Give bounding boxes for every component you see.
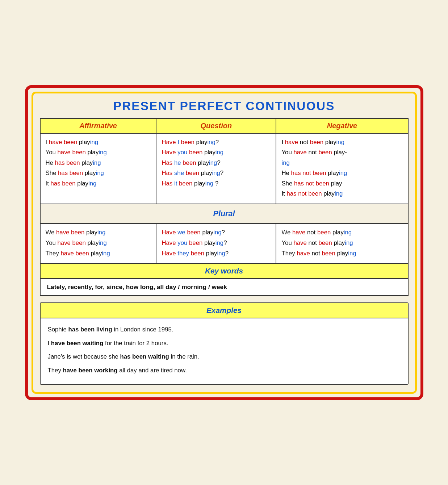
plural-negative: We have not been playing You have not be… bbox=[276, 223, 408, 263]
singular-negative: I have not been playing You have not bee… bbox=[276, 133, 408, 204]
outer-border: PRESENT PERFECT CONTINUOUS Affirmative Q… bbox=[25, 85, 423, 400]
example-1-after: in London since 1995. bbox=[112, 326, 173, 333]
singular-affirmative: I have been playing You have been playin… bbox=[40, 133, 156, 204]
example-1-bold: has been living bbox=[68, 326, 112, 333]
header-question: Question bbox=[156, 118, 276, 133]
plural-label: Plural bbox=[40, 204, 408, 224]
example-2-bold: have been waiting bbox=[51, 340, 104, 347]
keywords-body: Lately, recently, for, since, how long, … bbox=[41, 279, 408, 295]
example-4-before: They bbox=[48, 367, 63, 374]
keywords-header: Key words bbox=[41, 264, 408, 279]
inner-border: PRESENT PERFECT CONTINUOUS Affirmative Q… bbox=[32, 92, 417, 394]
conjugation-table: Affirmative Question Negative I have bee… bbox=[40, 118, 409, 264]
examples-body: Sophie has been living in London since 1… bbox=[41, 318, 408, 384]
page-title: PRESENT PERFECT CONTINUOUS bbox=[40, 99, 409, 113]
example-4-bold: have been working bbox=[63, 367, 117, 374]
example-1: Sophie has been living in London since 1… bbox=[48, 323, 401, 336]
example-1-before: Sophie bbox=[48, 326, 68, 333]
examples-header: Examples bbox=[41, 303, 408, 318]
plural-header-row: Plural bbox=[40, 204, 408, 224]
plural-affirmative: We have been playing You have been playi… bbox=[40, 223, 156, 263]
header-negative: Negative bbox=[276, 118, 408, 133]
example-2-after: for the train for 2 hours. bbox=[103, 340, 168, 347]
example-3-after: in the rain. bbox=[169, 353, 199, 360]
singular-row: I have been playing You have been playin… bbox=[40, 133, 408, 204]
example-4-after: all day and are tired now. bbox=[118, 367, 187, 374]
plural-question: Have we been playing? Have you been play… bbox=[156, 223, 276, 263]
example-3: Jane's is wet because she has been waiti… bbox=[48, 351, 401, 363]
example-2-before: I bbox=[48, 340, 51, 347]
examples-section: Examples Sophie has been living in Londo… bbox=[40, 302, 409, 384]
example-4: They have been working all day and are t… bbox=[48, 364, 401, 377]
example-2: I have been waiting for the train for 2 … bbox=[48, 337, 401, 350]
keywords-section: Key words Lately, recently, for, since, … bbox=[40, 264, 409, 296]
plural-row: We have been playing You have been playi… bbox=[40, 223, 408, 263]
example-3-bold: has been waiting bbox=[120, 353, 169, 360]
singular-question: Have I been playing? Have you been playi… bbox=[156, 133, 276, 204]
header-affirmative: Affirmative bbox=[40, 118, 156, 133]
example-3-before: Jane's is wet because she bbox=[48, 353, 120, 360]
